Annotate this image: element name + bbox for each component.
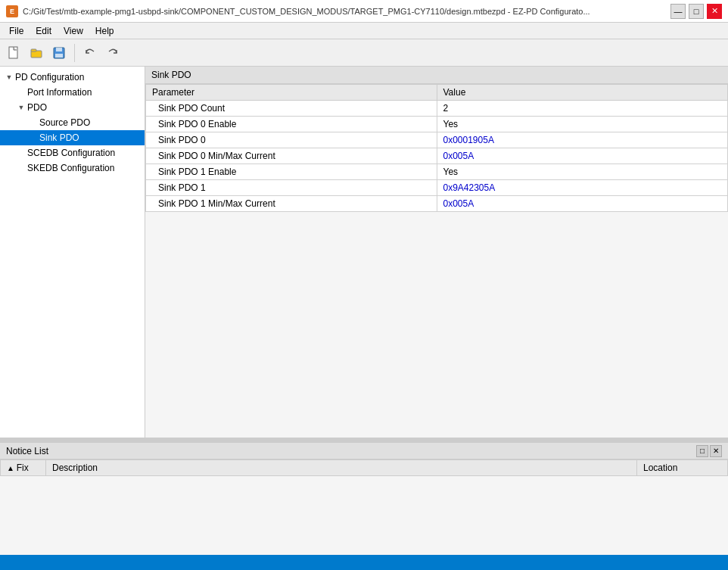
table-row[interactable]: Sink PDO 1 EnableYes xyxy=(146,164,728,180)
bottom-panel-header: Notice List □ ✕ xyxy=(0,443,728,459)
param-cell: Sink PDO Count xyxy=(146,101,437,117)
param-cell: Sink PDO 0 xyxy=(146,132,437,148)
param-cell: Sink PDO 1 Min/Max Current xyxy=(146,196,437,212)
notice-col-description: Description xyxy=(46,460,637,476)
notice-col-location: Location xyxy=(637,460,728,476)
menu-view[interactable]: View xyxy=(58,24,89,38)
tree-toggle-pdo[interactable]: ▼ xyxy=(15,101,27,114)
tree-item-pdo[interactable]: ▼ PDO xyxy=(0,100,145,115)
sidebar: ▼ PD Configuration Port Information ▼ PD… xyxy=(0,67,145,438)
minimize-button[interactable]: — xyxy=(670,4,686,19)
notice-table: ▲ Fix Description Location xyxy=(0,459,728,476)
parameter-table: Parameter Value Sink PDO Count2Sink PDO … xyxy=(145,84,728,212)
svg-rect-5 xyxy=(55,54,63,58)
svg-rect-4 xyxy=(56,48,62,51)
undo-icon xyxy=(83,46,97,60)
tree-label-scedb: SCEDB Configuration xyxy=(27,148,115,158)
tree-item-skedb[interactable]: SKEDB Configuration xyxy=(0,160,145,176)
bottom-panel-btn1[interactable]: □ xyxy=(696,445,708,457)
table-row[interactable]: Sink PDO Count2 xyxy=(146,101,728,117)
toolbar xyxy=(0,39,728,67)
bottom-panel: Notice List □ ✕ ▲ Fix Description Locati… xyxy=(0,441,728,555)
window-title: C:/Git/Test/mtb-example-pmg1-usbpd-sink/… xyxy=(23,7,590,16)
tree-label-pd-config: PD Configuration xyxy=(15,72,84,83)
value-cell: 2 xyxy=(437,101,728,117)
tree-label-source-pdo: Source PDO xyxy=(39,117,90,128)
tree-spacer-source-pdo xyxy=(27,117,39,129)
undo-button[interactable] xyxy=(79,42,101,64)
redo-button[interactable] xyxy=(102,42,123,64)
open-icon xyxy=(30,46,43,60)
tree-spacer-scedb xyxy=(15,147,27,159)
open-button[interactable] xyxy=(26,42,47,64)
status-bar xyxy=(0,555,728,570)
tree-label-port-info: Port Information xyxy=(27,87,92,98)
notice-col-fix: ▲ Fix xyxy=(1,460,46,476)
title-bar-left: E C:/Git/Test/mtb-example-pmg1-usbpd-sin… xyxy=(6,5,590,17)
menu-bar: File Edit View Help xyxy=(0,23,728,39)
redo-icon xyxy=(106,46,120,60)
content-panel: Sink PDO Parameter Value Sink PDO Count2… xyxy=(145,67,728,438)
tree-item-scedb[interactable]: SCEDB Configuration xyxy=(0,145,145,160)
col-header-value: Value xyxy=(437,85,728,101)
table-row[interactable]: Sink PDO 1 Min/Max Current0x005A xyxy=(146,196,728,212)
close-button[interactable]: ✕ xyxy=(707,4,722,19)
tree-label-skedb: SKEDB Configuration xyxy=(27,163,114,173)
sort-arrow: ▲ xyxy=(7,464,17,472)
main-area: ▼ PD Configuration Port Information ▼ PD… xyxy=(0,67,728,555)
value-cell: 0x005A xyxy=(437,196,728,212)
save-icon xyxy=(52,46,66,60)
table-row[interactable]: Sink PDO 0 Min/Max Current0x005A xyxy=(146,148,728,164)
new-icon xyxy=(7,46,20,60)
tree-label-pdo: PDO xyxy=(27,102,47,113)
value-cell: 0x9A42305A xyxy=(437,180,728,196)
value-cell: 0x0001905A xyxy=(437,132,728,148)
tree-item-sink-pdo[interactable]: Sink PDO xyxy=(0,130,145,145)
maximize-button[interactable]: □ xyxy=(689,4,704,19)
notice-list-title: Notice List xyxy=(6,446,48,456)
bottom-panel-btn2[interactable]: ✕ xyxy=(710,445,722,457)
tree-item-pd-config[interactable]: ▼ PD Configuration xyxy=(0,70,145,85)
menu-edit[interactable]: Edit xyxy=(30,24,58,38)
tree-spacer-skedb xyxy=(15,162,27,174)
toolbar-separator xyxy=(74,44,75,62)
section-header: Sink PDO xyxy=(145,67,728,84)
bottom-panel-controls: □ ✕ xyxy=(696,445,722,457)
col-header-parameter: Parameter xyxy=(146,85,437,101)
table-row[interactable]: Sink PDO 00x0001905A xyxy=(146,132,728,148)
value-cell: Yes xyxy=(437,164,728,180)
top-section: ▼ PD Configuration Port Information ▼ PD… xyxy=(0,67,728,438)
tree-spacer-port-info xyxy=(15,86,27,98)
title-bar-controls: — □ ✕ xyxy=(670,4,722,19)
menu-help[interactable]: Help xyxy=(89,24,120,38)
tree-toggle-pd-config[interactable]: ▼ xyxy=(3,71,15,83)
menu-file[interactable]: File xyxy=(3,24,30,38)
table-row[interactable]: Sink PDO 0 EnableYes xyxy=(146,117,728,132)
app-icon: E xyxy=(6,5,18,17)
tree-spacer-sink-pdo xyxy=(27,132,39,144)
title-bar: E C:/Git/Test/mtb-example-pmg1-usbpd-sin… xyxy=(0,0,728,23)
tree-item-port-info[interactable]: Port Information xyxy=(0,85,145,100)
value-cell: 0x005A xyxy=(437,148,728,164)
param-cell: Sink PDO 0 Enable xyxy=(146,117,437,132)
save-button[interactable] xyxy=(48,42,70,64)
new-button[interactable] xyxy=(3,42,24,64)
param-cell: Sink PDO 1 xyxy=(146,180,437,196)
tree-item-source-pdo[interactable]: Source PDO xyxy=(0,115,145,130)
table-row[interactable]: Sink PDO 10x9A42305A xyxy=(146,180,728,196)
param-cell: Sink PDO 1 Enable xyxy=(146,164,437,180)
param-cell: Sink PDO 0 Min/Max Current xyxy=(146,148,437,164)
svg-rect-2 xyxy=(31,49,36,51)
value-cell: Yes xyxy=(437,117,728,132)
tree-label-sink-pdo: Sink PDO xyxy=(39,132,79,143)
